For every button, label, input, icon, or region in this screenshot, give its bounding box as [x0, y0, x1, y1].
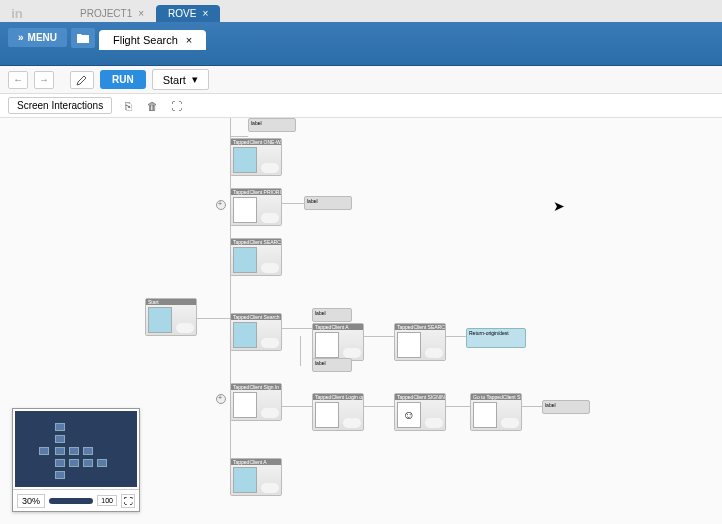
minimap-node	[83, 459, 93, 467]
mouse-cursor-icon: ➤	[553, 198, 565, 214]
zoom-slider[interactable]	[49, 498, 93, 504]
flow-node[interactable]: TappedClient A	[230, 458, 282, 496]
menu-button[interactable]: » MENU	[8, 28, 67, 47]
flow-node[interactable]: TappedClient PRIORITY	[230, 188, 282, 226]
start-dropdown[interactable]: Start ▾	[152, 69, 209, 90]
copy-icon[interactable]: ⎘	[120, 98, 136, 114]
flow-label[interactable]: label	[542, 400, 590, 414]
connector-line	[446, 336, 466, 337]
run-button[interactable]: RUN	[100, 70, 146, 89]
minimap-node	[83, 447, 93, 455]
top-tab-bar: in PROJECT1 × ROVE ×	[0, 0, 722, 22]
menu-label: MENU	[28, 32, 57, 43]
top-tab-project1[interactable]: PROJECT1 ×	[68, 5, 156, 22]
connector-line	[446, 406, 470, 407]
connector-plus-icon[interactable]	[216, 200, 226, 210]
minimap-node	[69, 447, 79, 455]
flow-node[interactable]: TappedClient Sign In	[230, 383, 282, 421]
back-button[interactable]: ←	[8, 71, 28, 89]
minimap-node	[55, 447, 65, 455]
second-toolbar: Screen Interactions ⎘ 🗑 ⛶	[0, 94, 722, 118]
connector-line	[282, 203, 304, 204]
minimap-node	[69, 459, 79, 467]
flow-label[interactable]: label	[312, 358, 352, 372]
expand-icon[interactable]: ⛶	[168, 98, 184, 114]
minimap-node	[55, 423, 65, 431]
minimap-node	[55, 459, 65, 467]
tab-label: PROJECT1	[80, 8, 132, 19]
close-icon[interactable]: ×	[138, 8, 144, 19]
app-logo: in	[6, 4, 28, 22]
flow-node[interactable]: TappedClient SEARCH	[230, 238, 282, 276]
close-icon[interactable]: ×	[202, 8, 208, 19]
fullscreen-icon[interactable]: ⛶	[121, 494, 135, 508]
flow-node[interactable]: TappedClient SEARCH	[394, 323, 446, 361]
flow-label[interactable]: label	[248, 118, 296, 132]
connector-line	[364, 336, 394, 337]
flow-node[interactable]: Go to TappedClient SEARCH delay	[470, 393, 522, 431]
flow-label[interactable]: label	[312, 308, 352, 322]
flow-label-highlight[interactable]: Return-origin/dest	[466, 328, 526, 348]
minimap-node	[97, 459, 107, 467]
chevron-down-icon: ▾	[192, 73, 198, 86]
flow-node[interactable]: TappedClient Search	[230, 313, 282, 351]
close-icon[interactable]: ×	[186, 34, 192, 46]
connector-line	[364, 406, 394, 407]
blue-bar: » MENU Flight Search ×	[0, 22, 722, 66]
zoom-value[interactable]: 30%	[17, 494, 45, 508]
delete-icon[interactable]: 🗑	[144, 98, 160, 114]
flow-label[interactable]: label	[304, 196, 352, 210]
screen-interactions-label[interactable]: Screen Interactions	[8, 97, 112, 114]
minimap-view[interactable]	[15, 411, 137, 487]
forward-button[interactable]: →	[34, 71, 54, 89]
flow-node[interactable]: TappedClient ONE-WAY	[230, 138, 282, 176]
flow-node[interactable]: TappedClient SIGNIN ☺	[394, 393, 446, 431]
minimap-node	[39, 447, 49, 455]
minimap-node	[55, 471, 65, 479]
minimap[interactable]: 30% 100 ⛶	[12, 408, 140, 512]
connector-line	[300, 336, 301, 366]
sub-tab-label: Flight Search	[113, 34, 178, 46]
connector-line	[195, 318, 230, 319]
connector-plus-icon[interactable]	[216, 394, 226, 404]
zoom-100-button[interactable]: 100	[97, 495, 117, 506]
start-label: Start	[163, 74, 186, 86]
minimap-controls: 30% 100 ⛶	[13, 489, 139, 511]
top-tab-rove[interactable]: ROVE ×	[156, 5, 220, 22]
minimap-node	[55, 435, 65, 443]
connector-line	[282, 406, 312, 407]
toolbar: ← → RUN Start ▾	[0, 66, 722, 94]
edit-icon[interactable]	[70, 71, 94, 89]
flow-node[interactable]: TappedClient A	[312, 323, 364, 361]
flow-node[interactable]: TappedClient Login option	[312, 393, 364, 431]
flow-node-start[interactable]: Start	[145, 298, 197, 336]
connector-line	[282, 328, 312, 329]
connector-line	[522, 406, 542, 407]
tab-label: ROVE	[168, 8, 196, 19]
connector-line	[230, 136, 248, 137]
chevron-right-icon: »	[18, 32, 24, 43]
sub-tab-flight-search[interactable]: Flight Search ×	[99, 30, 206, 50]
folder-icon[interactable]	[71, 28, 95, 48]
